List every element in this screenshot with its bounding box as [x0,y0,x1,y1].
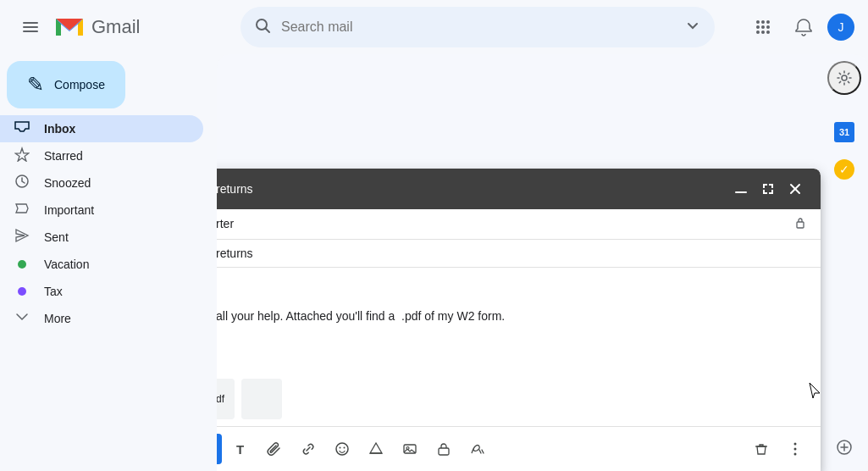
topbar-left: Gmail [14,10,234,44]
attachment-area: PDF W2.pdf [217,372,821,426]
svg-point-16 [18,260,26,269]
important-label: Important [44,203,190,217]
menu-button[interactable] [14,10,47,44]
compose-window-title: Info for tax returns [217,182,729,196]
search-input[interactable] [281,19,674,35]
more-options-button[interactable] [780,434,810,464]
right-panel-add-btn[interactable] [827,430,861,464]
svg-point-12 [761,30,765,34]
attachment-chip-w2[interactable]: PDF W2.pdf [217,379,235,419]
sidebar-item-vacation[interactable]: Vacation [0,251,203,278]
compose-toolbar: Send T [217,426,821,471]
sidebar-item-tax[interactable]: Tax [0,278,203,305]
sent-icon [14,228,30,247]
svg-rect-0 [23,22,38,24]
sidebar-item-more[interactable]: More [0,305,203,332]
compose-header-actions [729,177,807,201]
tax-dot-icon [14,283,30,301]
important-icon [14,201,30,220]
svg-point-10 [766,25,770,29]
avatar[interactable]: J [827,14,854,41]
delete-draft-button[interactable] [746,434,777,464]
svg-point-18 [842,75,847,80]
right-panel-settings-btn[interactable] [827,61,861,95]
svg-point-8 [756,25,760,29]
svg-point-7 [766,20,770,24]
svg-rect-23 [797,222,804,228]
compose-plus-icon: ✎ [27,75,44,95]
notifications-button[interactable] [787,10,821,44]
search-bar[interactable] [240,7,715,47]
svg-point-5 [756,20,760,24]
main-layout: ✎ Compose Inbox Starred [0,54,868,471]
apps-button[interactable] [746,10,780,44]
compose-body[interactable]: Hi Lindsay, Thanks for all your help. At… [217,268,821,372]
svg-point-26 [343,447,345,449]
svg-point-9 [761,25,765,29]
topbar: Gmail [0,0,868,54]
toolbar-right [746,434,810,464]
attachment-placeholder [241,379,282,419]
content-area: 31 ✓ Info for tax returns [217,54,868,471]
vacation-dot-icon [14,256,30,274]
attach-button[interactable] [259,434,290,464]
send-button[interactable]: Send [217,434,222,464]
compose-subject-field: Info for tax returns [217,240,821,268]
compose-close-btn[interactable] [783,177,807,201]
tax-label: Tax [44,285,190,298]
svg-line-4 [266,29,270,33]
sidebar-item-inbox[interactable]: Inbox [0,115,203,142]
right-panel-calendar-btn[interactable]: 31 [827,115,861,149]
more-label: More [44,312,190,325]
link-button[interactable] [293,434,323,464]
sidebar-item-snoozed[interactable]: Snoozed [0,169,203,197]
svg-rect-29 [439,448,449,455]
search-dropdown-icon[interactable] [684,17,701,37]
sent-label: Sent [44,230,190,244]
svg-marker-15 [16,204,28,213]
svg-point-6 [761,20,765,24]
compose-subject-value: Info for tax returns [217,247,807,260]
topbar-right: J [746,10,854,44]
sidebar-item-sent[interactable]: Sent [0,224,203,251]
sidebar: ✎ Compose Inbox Starred [0,54,217,471]
vacation-label: Vacation [44,258,190,271]
inbox-icon [14,119,30,139]
svg-point-31 [794,443,797,446]
svg-rect-1 [23,26,38,28]
body-main: Thanks for all your help. Attached you'l… [217,307,807,325]
lock-btn[interactable] [428,434,459,464]
snoozed-label: Snoozed [44,176,190,190]
svg-point-13 [766,30,770,34]
compose-to-actions [793,216,807,232]
body-sig: — Jesse [217,333,807,352]
lock-icon [793,216,807,232]
compose-to-field: Lindsay Carter [217,209,821,240]
compose-fullscreen-btn[interactable] [756,177,780,201]
signature-button[interactable] [462,434,493,464]
svg-rect-2 [23,30,38,32]
compose-label: Compose [54,78,105,91]
more-icon [14,309,30,329]
sidebar-item-important[interactable]: Important [0,197,203,224]
svg-point-32 [794,448,797,451]
compose-button[interactable]: ✎ Compose [7,61,125,108]
compose-to-value: Lindsay Carter [217,217,793,230]
starred-label: Starred [44,149,190,163]
compose-window: Info for tax returns [217,169,821,471]
sidebar-item-starred[interactable]: Starred [0,142,203,169]
compose-header: Info for tax returns [217,169,821,209]
snoozed-icon [14,174,30,193]
right-panel-tasks-btn[interactable]: ✓ [827,152,861,186]
right-panel: 31 ✓ [821,54,868,471]
format-text-button[interactable]: T [225,434,256,464]
photos-button[interactable] [395,434,425,464]
emoji-button[interactable] [327,434,357,464]
svg-point-25 [339,447,340,449]
star-icon [14,147,30,166]
compose-minimize-btn[interactable] [729,177,753,201]
search-icon [254,17,271,37]
svg-point-17 [18,287,26,296]
svg-point-33 [794,453,797,456]
drive-button[interactable] [361,434,391,464]
